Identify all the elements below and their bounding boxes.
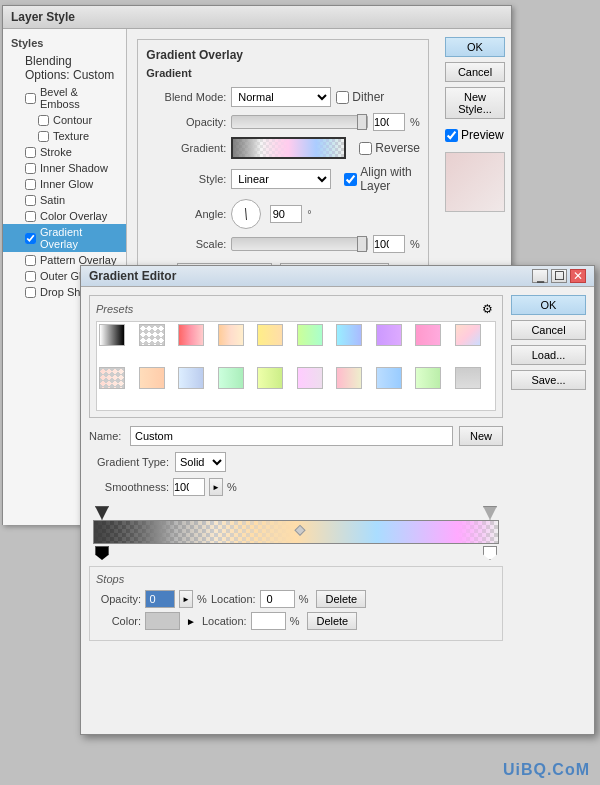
color-location-value[interactable] bbox=[251, 612, 286, 630]
restore-button[interactable]: ☐ bbox=[551, 269, 567, 283]
new-style-button[interactable]: New Style... bbox=[445, 87, 505, 119]
preset-9[interactable] bbox=[415, 324, 441, 346]
preset-8[interactable] bbox=[376, 324, 402, 346]
opacity-stop-value[interactable] bbox=[145, 590, 175, 608]
presets-title: Presets bbox=[96, 303, 133, 315]
opacity-stop-right[interactable] bbox=[483, 506, 497, 520]
gradient-bottom-stops bbox=[93, 544, 499, 560]
preset-7[interactable] bbox=[336, 324, 362, 346]
opacity-location-value[interactable] bbox=[260, 590, 295, 608]
style-select[interactable]: Linear bbox=[231, 169, 331, 189]
stops-title: Stops bbox=[96, 573, 496, 585]
smoothness-spinner[interactable]: ► bbox=[209, 478, 223, 496]
preview-checkbox[interactable] bbox=[445, 129, 458, 142]
sidebar-inner-shadow[interactable]: Inner Shadow bbox=[3, 160, 126, 176]
sidebar-color-overlay[interactable]: Color Overlay bbox=[3, 208, 126, 224]
preset-10[interactable] bbox=[455, 324, 481, 346]
color-swatch-arrow[interactable]: ► bbox=[184, 614, 198, 628]
new-button[interactable]: New bbox=[459, 426, 503, 446]
ge-save-button[interactable]: Save... bbox=[511, 370, 586, 390]
name-input[interactable] bbox=[130, 426, 453, 446]
angle-degree: ° bbox=[307, 208, 311, 220]
color-stop-left[interactable] bbox=[95, 546, 109, 560]
opacity-stop-left[interactable] bbox=[95, 506, 109, 520]
gear-icon[interactable]: ⚙ bbox=[482, 302, 496, 316]
color-delete-button[interactable]: Delete bbox=[307, 612, 357, 630]
preset-5[interactable] bbox=[257, 324, 283, 346]
color-stop-swatch[interactable] bbox=[145, 612, 180, 630]
gradient-preview[interactable] bbox=[231, 137, 346, 159]
gradient-overlay-checkbox[interactable] bbox=[25, 233, 36, 244]
gradient-type-label: Gradient Type: bbox=[89, 456, 169, 468]
pattern-overlay-checkbox[interactable] bbox=[25, 255, 36, 266]
align-checkbox[interactable] bbox=[344, 173, 357, 186]
preset-6[interactable] bbox=[297, 324, 323, 346]
blending-label: Blending Options: Custom bbox=[25, 54, 118, 82]
preset-15[interactable] bbox=[257, 367, 283, 389]
sidebar-blending[interactable]: Blending Options: Custom bbox=[3, 52, 126, 84]
preset-16[interactable] bbox=[297, 367, 323, 389]
opacity-spinner[interactable]: ► bbox=[179, 590, 193, 608]
preset-12[interactable] bbox=[139, 367, 165, 389]
satin-checkbox[interactable] bbox=[25, 195, 36, 206]
scale-value[interactable] bbox=[373, 235, 405, 253]
angle-dial[interactable] bbox=[231, 199, 261, 229]
close-button[interactable]: ✕ bbox=[570, 269, 586, 283]
watermark: UiBQ.CoM bbox=[503, 761, 590, 779]
sidebar-contour[interactable]: Contour bbox=[3, 112, 126, 128]
inner-shadow-checkbox[interactable] bbox=[25, 163, 36, 174]
titlebar-controls: ⎯ ☐ ✕ bbox=[532, 269, 586, 283]
ge-load-button[interactable]: Load... bbox=[511, 345, 586, 365]
sidebar-inner-glow[interactable]: Inner Glow bbox=[3, 176, 126, 192]
color-overlay-checkbox[interactable] bbox=[25, 211, 36, 222]
sidebar-gradient-overlay[interactable]: Gradient Overlay bbox=[3, 224, 126, 252]
contour-checkbox[interactable] bbox=[38, 115, 49, 126]
texture-checkbox[interactable] bbox=[38, 131, 49, 142]
opacity-slider[interactable] bbox=[231, 115, 368, 129]
preset-19[interactable] bbox=[415, 367, 441, 389]
dither-checkbox-label[interactable]: Dither bbox=[336, 90, 384, 104]
sidebar-texture[interactable]: Texture bbox=[3, 128, 126, 144]
inner-glow-checkbox[interactable] bbox=[25, 179, 36, 190]
styles-title: Styles bbox=[3, 34, 126, 52]
scale-slider[interactable] bbox=[231, 237, 368, 251]
preset-2[interactable] bbox=[139, 324, 165, 346]
gradient-type-select[interactable]: Solid Noise bbox=[175, 452, 226, 472]
drop-shadow-checkbox[interactable] bbox=[25, 287, 36, 298]
opacity-value[interactable] bbox=[373, 113, 405, 131]
preset-3[interactable] bbox=[178, 324, 204, 346]
outer-glow-checkbox[interactable] bbox=[25, 271, 36, 282]
preview-checkbox-label[interactable]: Preview bbox=[445, 128, 505, 142]
blend-mode-select[interactable]: Normal bbox=[231, 87, 331, 107]
bevel-checkbox[interactable] bbox=[25, 93, 36, 104]
dither-label: Dither bbox=[352, 90, 384, 104]
preset-11[interactable] bbox=[99, 367, 125, 389]
ge-ok-button[interactable]: OK bbox=[511, 295, 586, 315]
preset-13[interactable] bbox=[178, 367, 204, 389]
align-checkbox-label[interactable]: Align with Layer bbox=[344, 165, 420, 193]
reverse-checkbox[interactable] bbox=[359, 142, 372, 155]
opacity-delete-button[interactable]: Delete bbox=[316, 590, 366, 608]
preset-4[interactable] bbox=[218, 324, 244, 346]
sidebar-stroke[interactable]: Stroke bbox=[3, 144, 126, 160]
gradient-bar[interactable] bbox=[93, 520, 499, 544]
preset-14[interactable] bbox=[218, 367, 244, 389]
inner-glow-label: Inner Glow bbox=[40, 178, 93, 190]
angle-value[interactable] bbox=[270, 205, 302, 223]
color-stop-right[interactable] bbox=[483, 546, 497, 560]
ok-button[interactable]: OK bbox=[445, 37, 505, 57]
preset-20[interactable] bbox=[455, 367, 481, 389]
ge-cancel-button[interactable]: Cancel bbox=[511, 320, 586, 340]
cancel-button[interactable]: Cancel bbox=[445, 62, 505, 82]
preset-17[interactable] bbox=[336, 367, 362, 389]
smoothness-value[interactable] bbox=[173, 478, 205, 496]
sidebar-bevel[interactable]: Bevel & Emboss bbox=[3, 84, 126, 112]
gradient-editor-title: Gradient Editor bbox=[89, 269, 176, 283]
sidebar-satin[interactable]: Satin bbox=[3, 192, 126, 208]
stroke-checkbox[interactable] bbox=[25, 147, 36, 158]
preset-1[interactable] bbox=[99, 324, 125, 346]
preset-18[interactable] bbox=[376, 367, 402, 389]
minimize-button[interactable]: ⎯ bbox=[532, 269, 548, 283]
reverse-checkbox-label[interactable]: Reverse bbox=[359, 141, 420, 155]
dither-checkbox[interactable] bbox=[336, 91, 349, 104]
